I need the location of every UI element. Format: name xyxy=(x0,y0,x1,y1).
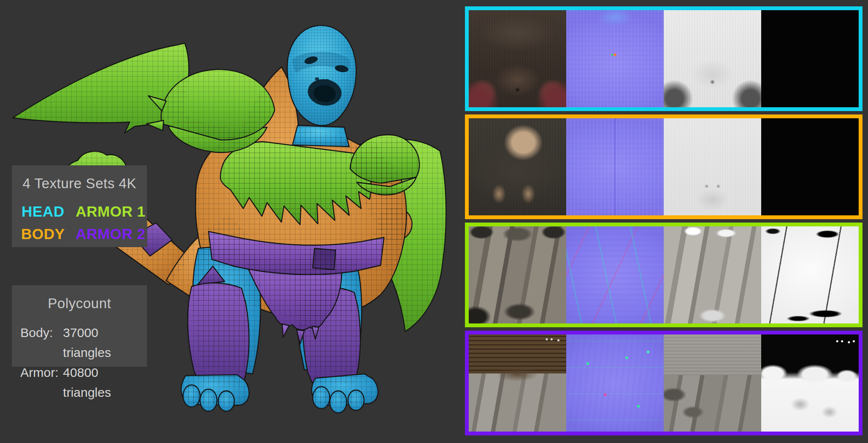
texture-strip-head xyxy=(465,6,862,111)
presentation-canvas: 4 Texture Sets 4K HEAD ARMOR 1 BODY ARMO… xyxy=(0,0,868,443)
armor-2-normal-map xyxy=(566,334,664,432)
armor-1-metallic-map xyxy=(761,226,859,323)
head-metallic-map xyxy=(761,10,859,107)
texture-strip-armor-2 xyxy=(465,331,862,435)
polycount-row-armor: Armor: 40800 triangles xyxy=(20,362,147,402)
head-roughness-map xyxy=(664,10,761,107)
texture-strip-armor-1 xyxy=(465,223,862,327)
armor-1-albedo-map xyxy=(469,226,566,323)
body-albedo-map xyxy=(469,118,566,215)
polycount-row-body: Body: 37000 triangles xyxy=(20,323,147,362)
armor-2-metallic-map xyxy=(761,334,859,432)
legend-item-armor-1: ARMOR 1 xyxy=(75,203,145,220)
polycount-body-value: 37000 triangles xyxy=(63,323,147,362)
armor-1-normal-map xyxy=(566,226,664,323)
texture-strip-body xyxy=(465,114,862,219)
body-normal-map xyxy=(566,118,664,215)
body-roughness-map xyxy=(664,118,761,215)
head-normal-map xyxy=(566,10,664,107)
texture-sets-title: 4 Texture Sets 4K xyxy=(12,165,147,192)
texture-set-legend: HEAD ARMOR 1 BODY ARMOR 2 xyxy=(12,203,147,242)
legend-item-head: HEAD xyxy=(22,203,64,220)
polycount-panel: Polycount Body: 37000 triangles Armor: 4… xyxy=(12,285,147,367)
head-albedo-map xyxy=(469,10,566,107)
polycount-body-label: Body: xyxy=(20,323,63,362)
polycount-armor-value: 40800 triangles xyxy=(63,362,147,402)
legend-item-armor-2: ARMOR 2 xyxy=(75,226,145,242)
texture-sets-panel: 4 Texture Sets 4K HEAD ARMOR 1 BODY ARMO… xyxy=(12,165,147,247)
armor-2-albedo-map xyxy=(469,334,566,432)
armor-2-roughness-map xyxy=(664,334,761,432)
polycount-title: Polycount xyxy=(12,285,147,312)
polycount-armor-label: Armor: xyxy=(20,362,63,402)
armor-1-roughness-map xyxy=(664,226,761,323)
legend-item-body: BODY xyxy=(21,226,65,242)
body-metallic-map xyxy=(761,118,859,215)
